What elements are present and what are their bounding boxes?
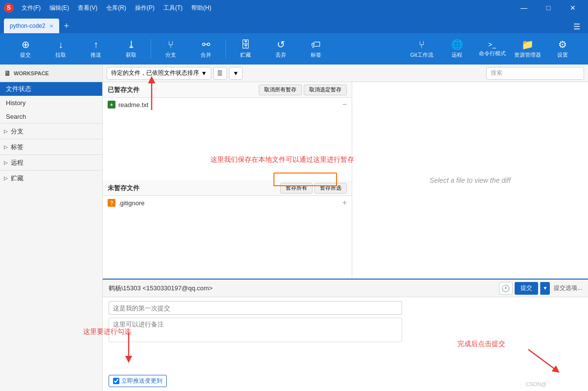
file-sort-toolbar: 待定的文件，已依照文件状态排序 ▼ ☰ ▼ 搜索 bbox=[103, 65, 588, 82]
toolbar-terminal[interactable]: >_ 命令行模式 bbox=[475, 34, 510, 64]
toolbar-separator-2 bbox=[226, 39, 226, 59]
close-button[interactable]: ✕ bbox=[562, 0, 584, 16]
menu-view[interactable]: 查看(V) bbox=[74, 3, 101, 13]
toolbar-terminal-label: 命令行模式 bbox=[479, 50, 506, 57]
hamburger-menu[interactable]: ☰ bbox=[569, 20, 584, 33]
commit-icon: ⊕ bbox=[22, 40, 30, 49]
new-tab-button[interactable]: + bbox=[59, 19, 74, 33]
unstaged-section-header: 未暂存文件 暂存所有 暂存所选 bbox=[103, 180, 352, 196]
file-status-add-icon: + bbox=[108, 101, 115, 109]
toolbar-remote[interactable]: 🌐 远程 bbox=[439, 34, 475, 64]
discard-icon: ↺ bbox=[277, 40, 285, 49]
unstaged-section-buttons: 暂存所有 暂存所选 bbox=[280, 183, 347, 194]
menu-tools[interactable]: 工具(T) bbox=[159, 3, 186, 13]
toolbar-gitflow[interactable]: ⑂ Git工作流 bbox=[404, 34, 439, 64]
toolbar-stash[interactable]: 🗄 贮藏 bbox=[228, 34, 263, 64]
push-icon: ↑ bbox=[93, 40, 98, 49]
menu-action[interactable]: 操作(P) bbox=[131, 3, 158, 13]
cancel-all-staged-button[interactable]: 取消所有暂存 bbox=[259, 85, 302, 95]
toolbar-explorer-label: 资源管理器 bbox=[514, 51, 541, 59]
unstaged-section-title: 未暂存文件 bbox=[108, 184, 139, 193]
menu-file[interactable]: 文件(F) bbox=[18, 3, 45, 13]
commit-options-label[interactable]: 提交选项... bbox=[554, 284, 582, 292]
list-view-button[interactable]: ☰ bbox=[213, 67, 227, 80]
toolbar-discard[interactable]: ↺ 丢弃 bbox=[263, 34, 298, 64]
sidebar-item-search[interactable]: Search bbox=[0, 109, 102, 123]
toolbar-settings[interactable]: ⚙ 设置 bbox=[545, 34, 580, 64]
commit-description-textarea[interactable] bbox=[109, 318, 402, 342]
file-status-unknown-icon: ? bbox=[108, 199, 115, 207]
menu-repo[interactable]: 仓库(R) bbox=[102, 3, 130, 13]
toolbar-settings-label: 设置 bbox=[557, 51, 568, 59]
pull-icon: ↓ bbox=[58, 40, 63, 49]
title-bar: S 文件(F) 编辑(E) 查看(V) 仓库(R) 操作(P) 工具(T) 帮助… bbox=[0, 0, 588, 16]
commit-clock-button[interactable]: 🕐 bbox=[499, 282, 513, 295]
expand-button[interactable]: ▼ bbox=[229, 67, 243, 80]
tab-python-code2[interactable]: python-code2 ✕ bbox=[4, 19, 59, 33]
toolbar-commit[interactable]: ⊕ 提交 bbox=[8, 34, 43, 64]
settings-icon: ⚙ bbox=[558, 40, 567, 49]
unstaged-spacer bbox=[103, 210, 352, 279]
maximize-button[interactable]: □ bbox=[537, 0, 560, 16]
gitflow-icon: ⑂ bbox=[419, 40, 425, 49]
toolbar-push[interactable]: ↑ 推送 bbox=[78, 34, 113, 64]
commit-options-arrow[interactable]: ▼ bbox=[540, 282, 550, 295]
push-checkbox-label: 立即推送变更到 bbox=[121, 377, 162, 385]
toolbar-merge-label: 合并 bbox=[201, 51, 211, 59]
sort-dropdown[interactable]: 待定的文件，已依照文件状态排序 ▼ bbox=[107, 67, 211, 80]
file-add-icon[interactable]: + bbox=[342, 198, 347, 207]
sort-dropdown-label: 待定的文件，已依照文件状态排序 bbox=[111, 69, 199, 77]
list-icon: ☰ bbox=[217, 70, 223, 77]
remote-icon: 🌐 bbox=[451, 40, 463, 49]
stage-all-button[interactable]: 暂存所有 bbox=[280, 183, 313, 194]
minimize-button[interactable]: — bbox=[513, 0, 535, 16]
toolbar-right: ⑂ Git工作流 🌐 远程 >_ 命令行模式 📁 资源管理器 ⚙ 设置 bbox=[404, 34, 580, 64]
push-checkbox-input[interactable] bbox=[113, 378, 119, 384]
unstaged-file-gitignore[interactable]: ? .gitignore + bbox=[103, 196, 352, 210]
search-placeholder: 搜索 bbox=[491, 69, 502, 77]
sidebar-section-remote[interactable]: ▷ 远程 bbox=[0, 154, 102, 170]
toolbar-branch-label: 分支 bbox=[165, 51, 176, 59]
toolbar-fetch-label: 获取 bbox=[126, 51, 136, 59]
tab-close-icon[interactable]: ✕ bbox=[49, 23, 53, 29]
menu-edit[interactable]: 编辑(E) bbox=[45, 3, 73, 13]
content-area: 待定的文件，已依照文件状态排序 ▼ ☰ ▼ 搜索 已暂存文件 取消所有暂 bbox=[103, 65, 588, 391]
sidebar-item-file-status[interactable]: 文件状态 bbox=[0, 82, 102, 96]
sidebar-section-branch[interactable]: ▷ 分支 bbox=[0, 123, 102, 139]
unstaged-filename: .gitignore bbox=[118, 199, 144, 207]
commit-button[interactable]: 提交 bbox=[515, 282, 538, 295]
toolbar-stash-label: 贮藏 bbox=[240, 51, 251, 59]
toolbar-explorer[interactable]: 📁 资源管理器 bbox=[510, 34, 545, 64]
toolbar-merge[interactable]: ⚯ 合并 bbox=[188, 34, 224, 64]
toolbar-pull[interactable]: ↓ 拉取 bbox=[43, 34, 78, 64]
file-search-box[interactable]: 搜索 bbox=[486, 67, 584, 80]
sidebar-section-stash[interactable]: ▷ 贮藏 bbox=[0, 170, 102, 186]
toolbar-separator-1 bbox=[151, 39, 151, 59]
menu-help[interactable]: 帮助(H) bbox=[187, 3, 215, 13]
cancel-selected-staged-button[interactable]: 取消选定暂存 bbox=[304, 85, 347, 95]
toolbar-branch[interactable]: ⑂ 分支 bbox=[153, 34, 188, 64]
toolbar-pull-label: 拉取 bbox=[55, 51, 66, 59]
push-after-commit-checkbox[interactable]: 立即推送变更到 bbox=[109, 375, 167, 387]
main-area: 🖥 WORKSPACE 文件状态 History Search ▷ 分支 ▷ 标… bbox=[0, 65, 588, 391]
tab-bar: python-code2 ✕ + ☰ bbox=[0, 16, 588, 33]
staged-section-title: 已暂存文件 bbox=[108, 86, 139, 94]
stage-selected-button[interactable]: 暂存所选 bbox=[315, 183, 347, 194]
commit-message-input[interactable] bbox=[109, 301, 402, 315]
app-logo: S bbox=[4, 3, 14, 13]
sidebar-section-tag[interactable]: ▷ 标签 bbox=[0, 139, 102, 154]
branch-expand-icon: ▷ bbox=[4, 129, 8, 134]
staged-file-readme[interactable]: + readme.txt − bbox=[103, 98, 352, 111]
expand-icon: ▼ bbox=[233, 70, 239, 77]
menu-bar: 文件(F) 编辑(E) 查看(V) 仓库(R) 操作(P) 工具(T) 帮助(H… bbox=[18, 3, 215, 13]
staged-spacer bbox=[103, 111, 352, 180]
split-pane: 已暂存文件 取消所有暂存 取消选定暂存 + readme.txt − 未暂存文件 bbox=[103, 82, 588, 279]
sidebar: 🖥 WORKSPACE 文件状态 History Search ▷ 分支 ▷ 标… bbox=[0, 65, 103, 391]
file-remove-icon[interactable]: − bbox=[342, 100, 347, 109]
toolbar-tag-label: 标签 bbox=[311, 51, 321, 59]
sort-dropdown-arrow: ▼ bbox=[201, 70, 207, 77]
sidebar-item-history[interactable]: History bbox=[0, 96, 102, 109]
toolbar-fetch[interactable]: ⤓ 获取 bbox=[113, 34, 149, 64]
toolbar-tag[interactable]: 🏷 标签 bbox=[298, 34, 334, 64]
staged-section-buttons: 取消所有暂存 取消选定暂存 bbox=[259, 85, 347, 95]
